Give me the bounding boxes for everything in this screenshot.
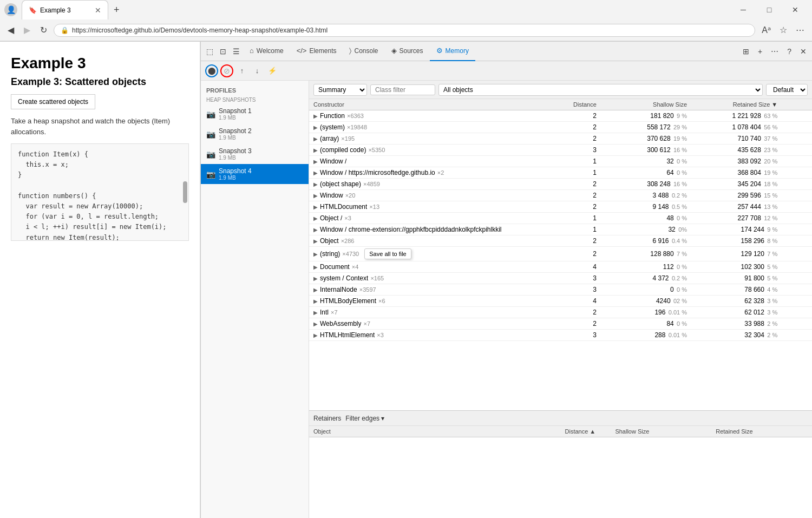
- expand-arrow[interactable]: ▶: [313, 215, 318, 221]
- profile-size-4: 1.9 MB: [219, 175, 252, 181]
- profile-item-4[interactable]: 📷 Snapshot 4 1.9 MB: [201, 164, 309, 184]
- profile-item-1[interactable]: 📷 Snapshot 1 1.9 MB: [201, 104, 309, 124]
- tab-welcome[interactable]: ⌂ Welcome: [243, 42, 290, 61]
- constructor-count: ×3: [377, 332, 384, 338]
- table-row: ▶system / Context×16534 372 0.2 %91 800 …: [309, 273, 812, 284]
- expand-arrow[interactable]: ▶: [313, 204, 318, 210]
- webpage-panel: Example 3 Example 3: Scattered objects C…: [0, 42, 200, 518]
- profile-item-3[interactable]: 📷 Snapshot 3 1.9 MB: [201, 144, 309, 164]
- retained-size-cell: 435 628 23 %: [691, 145, 782, 156]
- heap-table: Constructor Distance Shallow Size Retain…: [309, 99, 812, 341]
- expand-arrow[interactable]: ▶: [313, 310, 318, 316]
- devtools-add-button[interactable]: +: [755, 45, 765, 58]
- read-aloud-button[interactable]: Aᵃ: [758, 23, 774, 37]
- address-bar[interactable]: 🔒 https://microsoftedge.github.io/Demos/…: [54, 24, 755, 37]
- upload-button[interactable]: ↑: [235, 64, 248, 77]
- profile-item-2[interactable]: 📷 Snapshot 2 1.9 MB: [201, 124, 309, 144]
- default-select[interactable]: Default: [766, 84, 808, 96]
- expand-arrow[interactable]: ▶: [313, 181, 318, 187]
- distance-cell: 2: [561, 110, 601, 122]
- collect-garbage-button[interactable]: ⚡: [266, 64, 279, 77]
- code-scrollbar[interactable]: [183, 181, 187, 203]
- expand-arrow[interactable]: ▶: [313, 193, 318, 199]
- devtools-toggle-device-button[interactable]: ⬚: [203, 45, 217, 58]
- filter-edges-chevron: ▾: [381, 415, 384, 422]
- retained-size-cell: 1 078 404 56 %: [691, 122, 782, 133]
- create-objects-button[interactable]: Create scattered objects: [11, 94, 95, 109]
- retainers-area: Retainers Filter edges ▾: [309, 410, 812, 518]
- shallow-size-cell: 32 0%: [601, 224, 691, 235]
- refresh-button[interactable]: ↻: [37, 23, 50, 37]
- filter-edges-button[interactable]: Filter edges ▾: [345, 415, 384, 422]
- class-filter-input[interactable]: [370, 84, 435, 95]
- distance-cell: 3: [561, 145, 601, 156]
- expand-arrow[interactable]: ▶: [313, 287, 318, 293]
- expand-arrow[interactable]: ▶: [313, 170, 318, 176]
- constructor-count: ×19848: [347, 124, 367, 130]
- elements-icon: </>: [297, 47, 307, 55]
- expand-arrow[interactable]: ▶: [313, 136, 318, 142]
- more-button[interactable]: ⋯: [793, 23, 808, 37]
- save-all-to-file-tooltip[interactable]: Save all to file: [364, 248, 411, 259]
- new-tab-button[interactable]: +: [108, 0, 125, 19]
- profile-icon-1: 📷: [206, 110, 215, 119]
- devtools-help-button[interactable]: ?: [784, 45, 795, 58]
- tab-welcome-label: Welcome: [257, 47, 284, 55]
- devtools-more-button[interactable]: ⋯: [768, 45, 782, 58]
- expand-arrow[interactable]: ▶: [313, 147, 318, 153]
- close-button[interactable]: ✕: [783, 0, 808, 19]
- constructor-name: Object /: [320, 214, 342, 222]
- expand-arrow[interactable]: ▶: [313, 159, 318, 165]
- devtools-tabs: ⌂ Welcome </> Elements 〉 Console ◈ Sourc…: [243, 42, 739, 61]
- expand-arrow[interactable]: ▶: [313, 113, 318, 119]
- tab-close-button[interactable]: ✕: [95, 6, 101, 15]
- favorites-button[interactable]: ☆: [776, 23, 790, 37]
- devtools-customize-button[interactable]: ⊞: [739, 45, 752, 58]
- tab-console[interactable]: 〉 Console: [343, 42, 384, 61]
- minimize-button[interactable]: ─: [731, 0, 756, 19]
- tab-elements[interactable]: </> Elements: [290, 42, 343, 61]
- table-row[interactable]: ▶(string)×4730Save all to file2128 880 7…: [309, 247, 812, 261]
- constructor-count: ×20: [345, 192, 356, 199]
- constructor-name: HTMLDocument: [320, 203, 367, 211]
- back-button[interactable]: ◀: [4, 23, 17, 37]
- clear-button[interactable]: ⊘: [220, 64, 233, 77]
- maximize-button[interactable]: □: [757, 0, 782, 19]
- record-heap-button[interactable]: ⬤: [205, 64, 218, 77]
- shallow-size-cell: 181 820 9 %: [601, 110, 691, 122]
- download-button[interactable]: ↓: [251, 64, 264, 77]
- devtools-sidebar-button[interactable]: ☰: [230, 45, 243, 58]
- devtools-close-button[interactable]: ✕: [797, 45, 810, 58]
- expand-arrow[interactable]: ▶: [313, 124, 318, 130]
- expand-arrow[interactable]: ▶: [313, 321, 318, 327]
- constructor-name: Window: [320, 192, 343, 199]
- distance-cell: 1: [561, 156, 601, 167]
- retainers-label[interactable]: Retainers: [313, 415, 341, 422]
- table-row: ▶HTMLBodyElement×644240 02 %62 328 3 %: [309, 296, 812, 307]
- summary-select[interactable]: Summary Comparison Containment Statistic…: [313, 84, 367, 96]
- shallow-size-cell: 370 628 19 %: [601, 133, 691, 145]
- devtools-inspect-button[interactable]: ⊡: [217, 45, 230, 58]
- browser-tab-active[interactable]: 🔖 Example 3 ✕: [22, 0, 108, 19]
- expand-arrow[interactable]: ▶: [313, 332, 318, 338]
- table-row: ▶HTMLDocument×1329 148 0.5 %257 444 13 %: [309, 201, 812, 213]
- expand-arrow[interactable]: ▶: [313, 264, 318, 270]
- shallow-size-cell: 48 0 %: [601, 213, 691, 224]
- expand-arrow[interactable]: ▶: [313, 251, 318, 257]
- table-row: ▶(compiled code)×53503300 612 16 %435 62…: [309, 145, 812, 156]
- distance-cell: 3: [561, 284, 601, 296]
- tab-memory[interactable]: ⚙ Memory: [430, 42, 475, 61]
- expand-arrow[interactable]: ▶: [313, 238, 318, 244]
- retained-size-cell: 1 221 928 63 %: [691, 110, 782, 122]
- constructor-name: Document: [320, 263, 350, 271]
- expand-arrow[interactable]: ▶: [313, 227, 318, 233]
- profile-name-1: Snapshot 1: [219, 107, 252, 115]
- constructor-count: ×2: [437, 169, 444, 176]
- forward-button[interactable]: ▶: [21, 23, 34, 37]
- expand-arrow[interactable]: ▶: [313, 276, 318, 281]
- retainers-retained-header: Retained Size: [711, 426, 812, 437]
- distance-cell: 2: [561, 179, 601, 190]
- all-objects-select[interactable]: All objects Objects allocated before Sna…: [438, 84, 763, 96]
- tab-sources[interactable]: ◈ Sources: [385, 42, 430, 61]
- expand-arrow[interactable]: ▶: [313, 298, 318, 304]
